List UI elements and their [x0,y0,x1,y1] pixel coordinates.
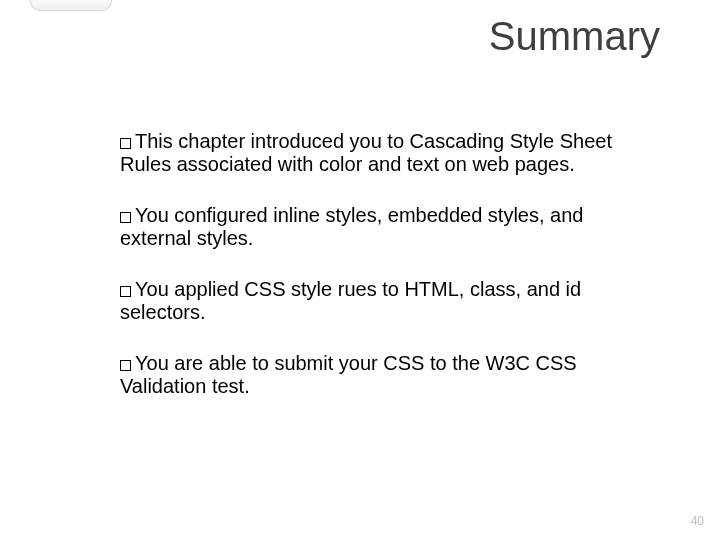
bullet-list: This chapter introduced you to Cascading… [120,130,630,426]
bullet-text: You configured inline styles, embedded s… [120,204,583,249]
bullet-text: You are able to submit your CSS to the W… [120,352,577,397]
bullet-square-icon [120,138,131,149]
bullet-text: You applied CSS style rues to HTML, clas… [120,278,581,323]
bullet-square-icon [120,286,131,297]
bullet-square-icon [120,360,131,371]
list-item: You configured inline styles, embedded s… [120,204,630,250]
bullet-square-icon [120,212,131,223]
page-number: 40 [691,514,704,528]
bullet-text: This chapter introduced you to Cascading… [120,130,612,175]
list-item: This chapter introduced you to Cascading… [120,130,630,176]
list-item: You are able to submit your CSS to the W… [120,352,630,398]
page-title: Summary [489,14,660,59]
list-item: You applied CSS style rues to HTML, clas… [120,278,630,324]
slide-tab-decoration [30,0,112,11]
